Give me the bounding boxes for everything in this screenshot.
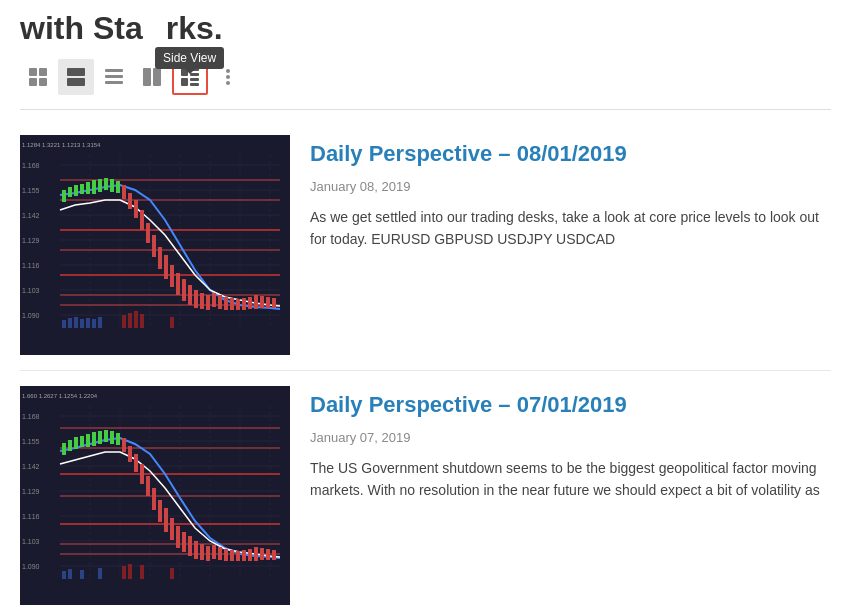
list-view-button[interactable] — [96, 59, 132, 95]
svg-rect-61 — [176, 273, 180, 295]
svg-rect-88 — [140, 314, 144, 328]
svg-rect-14 — [181, 78, 188, 86]
svg-rect-72 — [242, 298, 246, 310]
article-item: 1.168 1.155 1.142 1.129 1.116 1.103 1.09… — [20, 120, 831, 371]
svg-rect-9 — [143, 68, 151, 86]
svg-text:1.142: 1.142 — [22, 463, 40, 470]
svg-rect-136 — [158, 500, 162, 522]
svg-rect-129 — [116, 433, 120, 445]
grid-view-button[interactable] — [20, 59, 56, 95]
toolbar: Side View — [0, 55, 851, 99]
svg-rect-128 — [110, 431, 114, 444]
svg-rect-42 — [62, 190, 66, 202]
svg-rect-163 — [170, 568, 174, 579]
svg-rect-161 — [128, 564, 132, 579]
svg-rect-81 — [80, 319, 84, 328]
svg-text:1.1284 1.3221 1.1213 1.3154: 1.1284 1.3221 1.1213 1.3154 — [22, 142, 101, 148]
svg-text:1.103: 1.103 — [22, 538, 40, 545]
svg-rect-140 — [182, 532, 186, 552]
svg-rect-122 — [74, 437, 78, 449]
svg-text:1.090: 1.090 — [22, 563, 40, 570]
svg-rect-120 — [62, 443, 66, 455]
article-date: January 08, 2019 — [310, 179, 831, 194]
article-date: January 07, 2019 — [310, 430, 831, 445]
svg-rect-1 — [39, 68, 47, 76]
svg-rect-123 — [80, 436, 84, 447]
svg-text:1.103: 1.103 — [22, 287, 40, 294]
svg-rect-5 — [67, 78, 85, 86]
article-text: Daily Perspective – 08/01/2019 January 0… — [310, 135, 831, 355]
svg-rect-66 — [206, 295, 210, 310]
svg-rect-59 — [164, 255, 168, 279]
svg-rect-74 — [254, 295, 258, 309]
svg-rect-47 — [92, 180, 96, 194]
svg-rect-75 — [260, 296, 264, 308]
svg-rect-121 — [68, 440, 72, 451]
svg-rect-52 — [122, 185, 126, 199]
svg-rect-157 — [68, 569, 72, 579]
article-chart-thumbnail[interactable]: 1.168 1.155 1.142 1.129 1.116 1.103 1.09… — [20, 135, 290, 355]
svg-text:1.155: 1.155 — [22, 187, 40, 194]
svg-rect-130 — [122, 438, 126, 452]
svg-rect-73 — [248, 297, 252, 309]
svg-rect-150 — [242, 550, 246, 561]
svg-rect-86 — [128, 313, 132, 328]
svg-rect-65 — [200, 293, 204, 309]
svg-rect-0 — [29, 68, 37, 76]
svg-rect-124 — [86, 434, 90, 447]
svg-rect-45 — [80, 184, 84, 194]
svg-rect-67 — [212, 293, 216, 307]
svg-rect-56 — [146, 223, 150, 243]
svg-rect-155 — [272, 550, 276, 560]
article-title[interactable]: Daily Perspective – 07/01/2019 — [310, 391, 831, 420]
svg-rect-131 — [128, 446, 132, 462]
svg-rect-15 — [190, 78, 199, 81]
svg-rect-69 — [224, 297, 228, 310]
svg-text:1.168: 1.168 — [22, 413, 40, 420]
tooltip-side-view: Side View — [155, 47, 224, 69]
svg-rect-126 — [98, 431, 102, 444]
svg-rect-48 — [98, 179, 102, 192]
svg-rect-6 — [105, 69, 123, 72]
svg-rect-133 — [140, 464, 144, 484]
svg-rect-138 — [170, 518, 174, 540]
svg-rect-141 — [188, 536, 192, 556]
page-title: with Startrks. — [20, 10, 831, 47]
svg-point-19 — [226, 81, 230, 85]
article-chart-thumbnail[interactable]: 1.168 1.155 1.142 1.129 1.116 1.103 1.09… — [20, 386, 290, 605]
svg-rect-89 — [170, 317, 174, 328]
svg-rect-77 — [272, 298, 276, 308]
large-view-button[interactable] — [58, 59, 94, 95]
svg-point-17 — [226, 69, 230, 73]
content-area: 1.168 1.155 1.142 1.129 1.116 1.103 1.09… — [0, 99, 851, 605]
svg-rect-153 — [260, 548, 264, 560]
svg-rect-142 — [194, 541, 198, 559]
svg-rect-46 — [86, 182, 90, 194]
svg-rect-55 — [140, 210, 144, 230]
svg-rect-83 — [92, 319, 96, 328]
svg-rect-7 — [105, 75, 123, 78]
article-excerpt: The US Government shutdown seems to be t… — [310, 457, 831, 502]
svg-rect-43 — [68, 187, 72, 197]
svg-rect-145 — [212, 545, 216, 559]
svg-rect-60 — [170, 265, 174, 287]
svg-text:1.142: 1.142 — [22, 212, 40, 219]
svg-rect-10 — [153, 68, 161, 86]
svg-rect-76 — [266, 297, 270, 308]
svg-rect-2 — [29, 78, 37, 86]
svg-text:1.116: 1.116 — [22, 513, 40, 520]
svg-rect-156 — [62, 571, 66, 579]
svg-rect-154 — [266, 549, 270, 560]
svg-rect-162 — [140, 565, 144, 579]
svg-rect-44 — [74, 185, 78, 196]
svg-rect-51 — [116, 181, 120, 193]
svg-text:1.155: 1.155 — [22, 438, 40, 445]
svg-text:1.168: 1.168 — [22, 162, 40, 169]
svg-point-18 — [226, 75, 230, 79]
svg-rect-3 — [39, 78, 47, 86]
svg-rect-158 — [80, 570, 84, 579]
svg-rect-53 — [128, 193, 132, 209]
article-title[interactable]: Daily Perspective – 08/01/2019 — [310, 140, 831, 169]
svg-rect-80 — [74, 317, 78, 328]
svg-rect-152 — [254, 547, 258, 561]
